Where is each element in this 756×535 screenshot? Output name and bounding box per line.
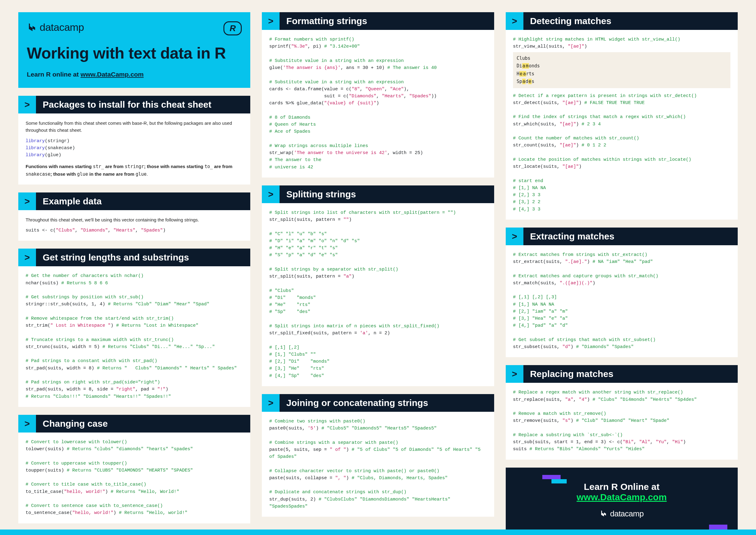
section-split: > Splitting strings # Split strings into…: [262, 185, 494, 386]
section-title: Changing case: [36, 415, 250, 433]
section-title: Extracting matches: [524, 228, 738, 245]
chevron-right-icon: >: [18, 96, 36, 113]
footer-link[interactable]: www.DataCamp.com: [577, 492, 667, 502]
brand-text: datacamp: [40, 21, 84, 33]
datacamp-logo-icon: [27, 22, 37, 33]
code-block: # Extract matches from strings with str_…: [513, 251, 730, 351]
chevron-right-icon: >: [262, 12, 280, 30]
section-lengths: > Get string lengths and substrings # Ge…: [18, 249, 250, 407]
section-title: Packages to install for this cheat sheet: [36, 96, 250, 113]
chevron-right-icon: >: [18, 415, 36, 433]
code-block: # Format numbers with sprintf() sprintf(…: [269, 36, 487, 171]
chevron-right-icon: >: [506, 228, 524, 245]
datacamp-link[interactable]: www.DataCamp.com: [80, 71, 144, 78]
section-title: Detecting matches: [524, 12, 738, 30]
section-note: Some functionality from this cheat sheet…: [26, 120, 243, 134]
code-block: # Replace a regex match with another str…: [513, 389, 730, 453]
chevron-right-icon: >: [506, 12, 524, 30]
code-block: # Detect if a regex pattern is present i…: [513, 93, 730, 213]
code-block: # Highlight string matches in HTML widge…: [513, 36, 730, 50]
section-title: Splitting strings: [280, 185, 494, 203]
footer-line: Learn R Online at: [506, 482, 738, 492]
section-replace: > Replacing matches # Replace a regex ma…: [506, 365, 738, 459]
code-block: # Split strings into list of characters …: [269, 209, 487, 380]
subtitle: Learn R online at www.DataCamp.com: [27, 71, 242, 78]
highlight-output: ClubsDiamondsHeartsSpades: [513, 52, 730, 88]
r-language-badge-icon: R: [224, 21, 242, 35]
chevron-right-icon: >: [262, 394, 280, 412]
decoration-icon: [542, 475, 561, 479]
chevron-right-icon: >: [18, 192, 36, 210]
code-block: # Combine two strings with paste0() past…: [269, 418, 487, 510]
brand-text: datacamp: [610, 509, 643, 519]
code-block: suits <- c("Clubs", "Diamonds", "Hearts"…: [26, 227, 243, 234]
section-packages: > Packages to install for this cheat she…: [18, 96, 250, 184]
packages-rule: Functions with names starting str_ are f…: [26, 163, 243, 178]
section-case: > Changing case # Convert to lowercase w…: [18, 415, 250, 523]
section-detect: > Detecting matches # Highlight string m…: [506, 12, 738, 220]
brand: datacamp: [27, 21, 84, 33]
section-title: Replacing matches: [524, 365, 738, 383]
section-title: Get string lengths and substrings: [36, 249, 250, 266]
footer-brand: datacamp: [506, 509, 738, 519]
chevron-right-icon: >: [18, 249, 36, 266]
section-join: > Joining or concatenating strings # Com…: [262, 394, 494, 517]
section-title: Example data: [36, 192, 250, 210]
decoration-icon: [552, 479, 567, 484]
section-title: Joining or concatenating strings: [280, 394, 494, 412]
section-format: > Formatting strings # Format numbers wi…: [262, 12, 494, 178]
section-title: Formatting strings: [280, 12, 494, 30]
code-block: # Convert to lowercase with tolower() to…: [26, 438, 243, 517]
bottom-strip: [0, 529, 756, 535]
decoration-icon: [709, 525, 727, 530]
section-example: > Example data Throughout this cheat she…: [18, 192, 250, 241]
hero: datacamp R Working with text data in R L…: [18, 12, 250, 88]
datacamp-logo-icon: [600, 510, 608, 518]
chevron-right-icon: >: [262, 185, 280, 203]
section-note: Throughout this cheat sheet, we'll be us…: [26, 216, 243, 223]
page-title: Working with text data in R: [27, 44, 242, 62]
chevron-right-icon: >: [506, 365, 524, 383]
section-extract: > Extracting matches # Extract matches f…: [506, 228, 738, 357]
code-block: library(stringr) library(snakecase) libr…: [26, 138, 243, 159]
code-block: # Get the number of characters with ncha…: [26, 272, 243, 400]
footer-card: Learn R Online at www.DataCamp.com datac…: [506, 467, 738, 535]
